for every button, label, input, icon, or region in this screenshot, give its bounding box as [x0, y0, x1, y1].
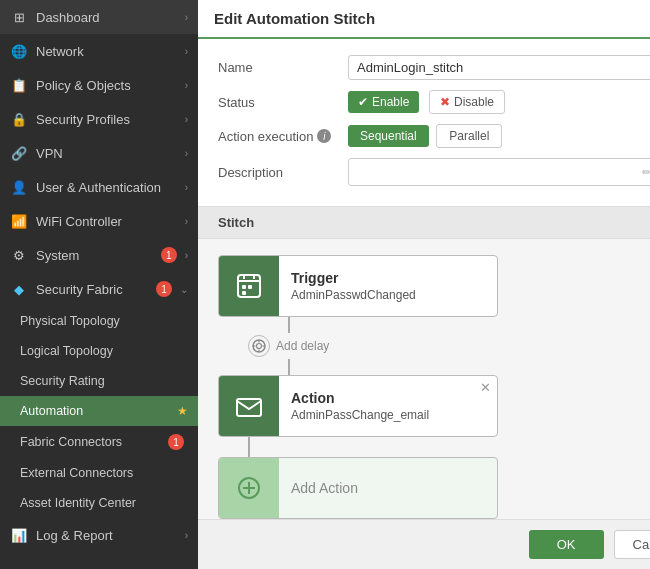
description-input[interactable] [357, 165, 650, 180]
connector-line-top [288, 317, 290, 333]
sidebar-label: VPN [36, 146, 181, 161]
action-title: Action [291, 390, 485, 406]
add-action-title: Add Action [291, 480, 485, 496]
action-close-button[interactable]: ✕ [480, 380, 491, 395]
sidebar-label: Network [36, 44, 181, 59]
connector-to-add-action [248, 437, 250, 457]
trigger-card[interactable]: Trigger AdminPasswdChanged [218, 255, 498, 317]
sidebar-item-automation[interactable]: Automation ★ [0, 396, 198, 426]
add-delay-label: Add delay [276, 339, 329, 353]
connector-line-bottom [288, 359, 290, 375]
description-label: Description [218, 165, 348, 180]
svg-rect-4 [242, 285, 246, 289]
sidebar-label: System [36, 248, 161, 263]
enable-button[interactable]: ✔ Enable [348, 91, 419, 113]
action-exec-row: Action execution i Sequential Parallel [218, 124, 650, 148]
disable-button[interactable]: ✖ Disable [429, 90, 505, 114]
page-header: Edit Automation Stitch [198, 0, 650, 39]
sidebar-item-external-connectors[interactable]: External Connectors [0, 458, 198, 488]
sidebar-item-vpn[interactable]: 🔗 VPN › [0, 136, 198, 170]
lock-icon: 🔒 [10, 110, 28, 128]
svg-rect-5 [248, 285, 252, 289]
sidebar-item-policy-objects[interactable]: 📋 Policy & Objects › [0, 68, 198, 102]
status-label: Status [218, 95, 348, 110]
sidebar-item-log-report[interactable]: 📊 Log & Report › [0, 518, 198, 552]
log-report-icon: 📊 [10, 526, 28, 544]
sidebar-label: Asset Identity Center [20, 496, 188, 510]
sidebar-label: User & Authentication [36, 180, 181, 195]
name-row: Name [218, 55, 650, 80]
trigger-title: Trigger [291, 270, 485, 286]
sidebar-label: Fabric Connectors [20, 435, 168, 449]
add-action-body: Add Action [279, 472, 497, 504]
description-row: Description ✏ 0/255 [218, 158, 650, 186]
svg-point-8 [257, 344, 262, 349]
cancel-button[interactable]: Cancel [614, 530, 650, 559]
action-card[interactable]: Action AdminPassChange_email ✕ [218, 375, 498, 437]
connector-add-delay: Add delay [248, 317, 329, 375]
parallel-button[interactable]: Parallel [436, 124, 502, 148]
chevron-right-icon: › [185, 250, 188, 261]
security-fabric-badge: 1 [156, 281, 172, 297]
chevron-right-icon: › [185, 182, 188, 193]
sidebar-item-dashboard[interactable]: ⊞ Dashboard › [0, 0, 198, 34]
system-badge: 1 [161, 247, 177, 263]
sidebar-item-asset-identity[interactable]: Asset Identity Center [0, 488, 198, 518]
svg-rect-6 [242, 291, 246, 295]
chevron-right-icon: › [185, 80, 188, 91]
info-icon[interactable]: i [317, 129, 331, 143]
sidebar-item-user-auth[interactable]: 👤 User & Authentication › [0, 170, 198, 204]
description-control: ✏ 0/255 [348, 158, 650, 186]
star-icon: ★ [177, 404, 188, 418]
trigger-icon [219, 256, 279, 316]
chevron-right-icon: › [185, 530, 188, 541]
action-exec-label: Action execution i [218, 129, 348, 144]
sidebar-item-logical-topology[interactable]: Logical Topology [0, 336, 198, 366]
x-circle-icon: ✖ [440, 95, 450, 109]
page-title: Edit Automation Stitch [214, 10, 375, 27]
vpn-icon: 🔗 [10, 144, 28, 162]
sidebar-label: Security Rating [20, 374, 188, 388]
sidebar-item-system[interactable]: ⚙ System 1 › [0, 238, 198, 272]
sidebar-label: Security Profiles [36, 112, 181, 127]
sidebar-item-wifi[interactable]: 📶 WiFi Controller › [0, 204, 198, 238]
check-icon: ✔ [358, 95, 368, 109]
sidebar-label: Security Fabric [36, 282, 156, 297]
footer: OK Cancel [198, 519, 650, 569]
add-delay-row[interactable]: Add delay [248, 333, 329, 359]
status-row: Status ✔ Enable ✖ Disable [218, 90, 650, 114]
description-count: ✏ 0/255 [642, 166, 650, 179]
sidebar-item-security-rating[interactable]: Security Rating [0, 366, 198, 396]
form-area: Name Status ✔ Enable ✖ Disable Action ex… [198, 39, 650, 207]
sidebar-label: Policy & Objects [36, 78, 181, 93]
sidebar-item-network[interactable]: 🌐 Network › [0, 34, 198, 68]
sidebar: ⊞ Dashboard › 🌐 Network › 📋 Policy & Obj… [0, 0, 198, 569]
name-label: Name [218, 60, 348, 75]
add-action-card[interactable]: Add Action [218, 457, 498, 519]
sidebar-label: WiFi Controller [36, 214, 181, 229]
chevron-right-icon: › [185, 46, 188, 57]
chevron-right-icon: › [185, 114, 188, 125]
status-control: ✔ Enable ✖ Disable [348, 90, 650, 114]
connector-line [248, 437, 250, 457]
sequential-button[interactable]: Sequential [348, 125, 429, 147]
action-body: Action AdminPassChange_email [279, 382, 497, 430]
enable-label: Enable [372, 95, 409, 109]
add-action-icon [219, 458, 279, 518]
sidebar-item-physical-topology[interactable]: Physical Topology [0, 306, 198, 336]
sidebar-label: Dashboard [36, 10, 181, 25]
action-icon [219, 376, 279, 436]
add-delay-icon [248, 335, 270, 357]
name-input[interactable] [348, 55, 650, 80]
fabric-connectors-badge: 1 [168, 434, 184, 450]
ok-button[interactable]: OK [529, 530, 604, 559]
sidebar-item-security-fabric[interactable]: ◆ Security Fabric 1 ⌄ [0, 272, 198, 306]
system-icon: ⚙ [10, 246, 28, 264]
trigger-body: Trigger AdminPasswdChanged [279, 262, 497, 310]
chevron-down-icon: ⌄ [180, 284, 188, 295]
disable-label: Disable [454, 95, 494, 109]
chevron-right-icon: › [185, 216, 188, 227]
chevron-right-icon: › [185, 148, 188, 159]
sidebar-item-fabric-connectors[interactable]: Fabric Connectors 1 [0, 426, 198, 458]
sidebar-item-security-profiles[interactable]: 🔒 Security Profiles › [0, 102, 198, 136]
